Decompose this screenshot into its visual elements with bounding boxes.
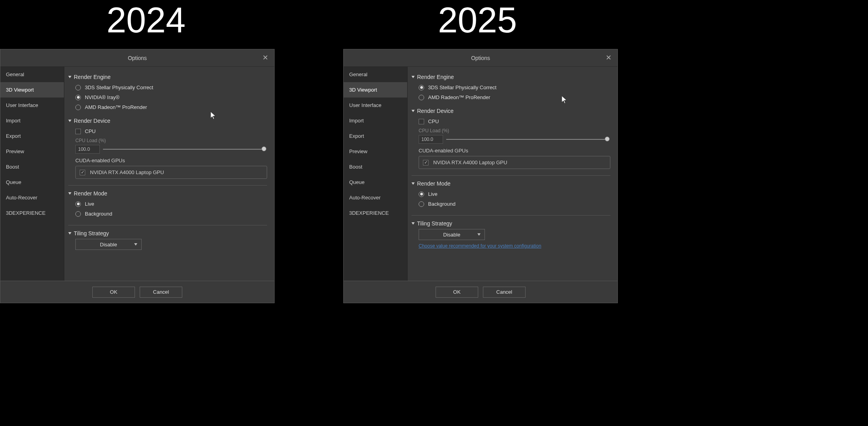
close-button[interactable]: ✕ — [261, 53, 269, 62]
radio-background[interactable]: Background — [419, 199, 610, 209]
radio-label: Live — [85, 201, 94, 207]
radio-label: Background — [428, 201, 455, 207]
radio-label: AMD Radeon™ ProRender — [428, 94, 490, 100]
year-label-2024: 2024 — [107, 0, 185, 41]
radio-nvidia-iray[interactable]: NVIDIA® Iray® — [75, 92, 267, 102]
section-tiling-strategy[interactable]: Tiling Strategy — [412, 217, 610, 229]
radio-background[interactable]: Background — [75, 209, 267, 219]
checkbox-gpu[interactable] — [80, 170, 85, 175]
radio-amd-prorender[interactable]: AMD Radeon™ ProRender — [419, 92, 610, 102]
cpu-load-label: CPU Load (%) — [419, 126, 610, 135]
sidebar-item-3dexperience[interactable]: 3DEXPERIENCE — [0, 205, 64, 221]
section-title: Render Engine — [74, 74, 110, 80]
radio-label: NVIDIA® Iray® — [85, 94, 120, 100]
tiling-dropdown[interactable]: Disable — [75, 239, 142, 250]
sidebar-item-3dexperience[interactable]: 3DEXPERIENCE — [344, 205, 407, 221]
gpu-name: NVIDIA RTX A4000 Laptop GPU — [433, 160, 507, 165]
sidebar-item-boost[interactable]: Boost — [0, 159, 64, 175]
sidebar-item-queue[interactable]: Queue — [344, 175, 407, 190]
sidebar-item-user-interface[interactable]: User Interface — [0, 98, 64, 113]
sidebar-item-export[interactable]: Export — [0, 128, 64, 144]
sidebar-item-boost[interactable]: Boost — [344, 159, 407, 175]
titlebar: Options ✕ — [0, 49, 274, 67]
section-title: Render Engine — [417, 74, 454, 80]
collapse-icon — [68, 192, 71, 195]
cpu-load-slider[interactable]: 100.0 — [419, 135, 610, 144]
sidebar-item-user-interface[interactable]: User Interface — [344, 98, 407, 113]
sidebar-item-3d-viewport[interactable]: 3D Viewport — [344, 82, 407, 98]
collapse-icon — [412, 76, 415, 78]
sidebar-item-import[interactable]: Import — [0, 113, 64, 128]
radio-label: Live — [428, 191, 438, 197]
sidebar-item-queue[interactable]: Queue — [0, 175, 64, 190]
slider-thumb[interactable] — [605, 137, 610, 141]
radio-stellar[interactable]: 3DS Stellar Physically Correct — [419, 83, 610, 92]
section-tiling-strategy[interactable]: Tiling Strategy — [68, 227, 267, 239]
cancel-button[interactable]: Cancel — [140, 287, 182, 298]
checkbox-cpu[interactable]: CPU — [419, 116, 610, 126]
sidebar-item-export[interactable]: Export — [344, 128, 407, 144]
slider-thumb[interactable] — [262, 146, 266, 151]
content-panel[interactable]: Render Engine 3DS Stellar Physically Cor… — [64, 67, 274, 281]
radio-live[interactable]: Live — [419, 189, 610, 199]
tiling-dropdown[interactable]: Disable — [419, 229, 485, 240]
chevron-down-icon — [134, 243, 137, 246]
content-panel[interactable]: Render Engine 3DS Stellar Physically Cor… — [408, 67, 617, 281]
section-render-mode[interactable]: Render Mode — [412, 177, 610, 189]
section-title: Render Mode — [417, 180, 451, 187]
titlebar: Options ✕ — [344, 49, 617, 67]
radio-amd-prorender[interactable]: AMD Radeon™ ProRender — [75, 102, 267, 112]
checkbox-icon — [419, 119, 424, 124]
section-title: Render Device — [417, 108, 454, 114]
close-icon: ✕ — [262, 53, 268, 62]
section-render-engine[interactable]: Render Engine — [68, 71, 267, 83]
sidebar-item-general[interactable]: General — [0, 67, 64, 82]
slider-track[interactable] — [103, 149, 264, 150]
slider-track[interactable] — [446, 139, 607, 140]
radio-live[interactable]: Live — [75, 199, 267, 209]
radio-stellar[interactable]: 3DS Stellar Physically Correct — [75, 83, 267, 92]
section-title: Render Device — [74, 118, 110, 124]
cpu-load-value[interactable]: 100.0 — [419, 135, 443, 144]
sidebar-item-preview[interactable]: Preview — [0, 144, 64, 159]
options-dialog-2024: Options ✕ General 3D Viewport User Inter… — [0, 49, 275, 303]
cuda-gpus-label: CUDA-enabled GPUs — [75, 158, 267, 163]
close-button[interactable]: ✕ — [604, 53, 613, 62]
recommend-link[interactable]: Choose value recommended for your system… — [419, 240, 610, 249]
radio-icon — [75, 211, 81, 217]
radio-icon — [419, 191, 424, 197]
sidebar-item-3d-viewport[interactable]: 3D Viewport — [0, 82, 64, 98]
close-icon: ✕ — [606, 53, 612, 62]
sidebar-item-general[interactable]: General — [344, 67, 407, 82]
gpu-list: NVIDIA RTX A4000 Laptop GPU — [75, 166, 267, 179]
section-render-mode[interactable]: Render Mode — [68, 187, 267, 199]
cuda-gpus-label: CUDA-enabled GPUs — [419, 148, 610, 154]
checkbox-gpu[interactable] — [423, 160, 428, 165]
cancel-button[interactable]: Cancel — [483, 287, 526, 298]
section-render-device[interactable]: Render Device — [68, 114, 267, 126]
collapse-icon — [412, 222, 415, 225]
dialog-footer: OK Cancel — [0, 281, 274, 303]
section-render-device[interactable]: Render Device — [412, 105, 610, 116]
sidebar-item-import[interactable]: Import — [344, 113, 407, 128]
checkbox-cpu[interactable]: CPU — [75, 126, 267, 136]
sidebar-item-preview[interactable]: Preview — [344, 144, 407, 159]
collapse-icon — [412, 110, 415, 112]
section-title: Tiling Strategy — [417, 220, 452, 227]
ok-button[interactable]: OK — [92, 287, 135, 298]
sidebar-item-auto-recover[interactable]: Auto-Recover — [0, 190, 64, 205]
ok-button[interactable]: OK — [436, 287, 478, 298]
cpu-load-slider[interactable]: 100.0 — [75, 145, 267, 154]
sidebar-item-auto-recover[interactable]: Auto-Recover — [344, 190, 407, 205]
options-dialog-2025: Options ✕ General 3D Viewport User Inter… — [343, 49, 618, 303]
radio-icon — [75, 95, 81, 100]
radio-label: 3DS Stellar Physically Correct — [85, 84, 153, 90]
dialog-title: Options — [128, 55, 147, 61]
radio-icon — [75, 105, 81, 110]
cpu-load-value[interactable]: 100.0 — [75, 145, 100, 154]
section-title: Tiling Strategy — [74, 230, 109, 236]
dropdown-value: Disable — [443, 232, 460, 238]
checkbox-label: CPU — [85, 128, 95, 134]
section-render-engine[interactable]: Render Engine — [412, 71, 610, 83]
radio-icon — [75, 201, 81, 207]
